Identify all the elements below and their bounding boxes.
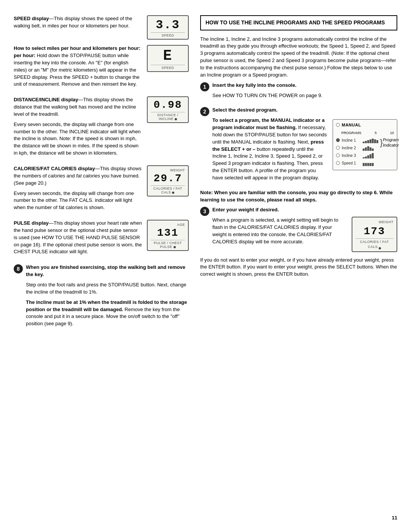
distance-dot-icon bbox=[175, 118, 177, 120]
speed-display-text: SPEED display—This display shows the spe… bbox=[14, 15, 142, 33]
step3-text: When a program is selected, a weight set… bbox=[212, 217, 346, 245]
bar-seg bbox=[365, 147, 367, 151]
distance-lcd: 0.98 DISTANCE / INCLINE bbox=[147, 96, 189, 123]
right-column: HOW TO USE THE INCLINE PROGRAMS AND THE … bbox=[200, 15, 397, 517]
page-number: 11 bbox=[392, 515, 397, 521]
incline3-dot-icon bbox=[336, 153, 340, 157]
step8-text: Step onto the foot rails and press the S… bbox=[26, 281, 189, 296]
step3-bold: Enter your weight if desired. bbox=[212, 207, 279, 212]
calories-text: CALORIES/FAT CALORIES display—This displ… bbox=[14, 165, 142, 214]
speed-lcd-value: 3.3 bbox=[151, 18, 185, 32]
step2-bold: Select the desired program. bbox=[212, 107, 277, 113]
pulse-lcd-value: 131 bbox=[151, 227, 185, 239]
bar-seg bbox=[370, 154, 371, 158]
bar-seg bbox=[365, 141, 367, 143]
pulse-lcd-label: PULSE / CHEST PULSE bbox=[151, 240, 185, 249]
miles-heading: How to select miles per hour and kilomet… bbox=[14, 45, 140, 51]
note-bold-text: Note: When you are familiar with the con… bbox=[200, 190, 393, 203]
distance-incline-text: DISTANCE/INCLINE display—This display sh… bbox=[14, 96, 142, 160]
bar-seg bbox=[372, 149, 374, 151]
calories-lcd: Weight 29.7 CALORIES / FAT CALS bbox=[147, 165, 189, 197]
bar-seg bbox=[365, 157, 367, 158]
calories-dot-icon bbox=[172, 192, 174, 194]
speed1-row: Speed 1 bbox=[336, 160, 378, 166]
miles-bold-prefix: per hour: bbox=[14, 53, 35, 58]
step3-lcd: Weight 173 CALORIES / FAT CALS bbox=[352, 217, 397, 252]
step1-content: Insert the key fully into the console. S… bbox=[212, 82, 397, 102]
calories-lcd-label: CALORIES / FAT CALS bbox=[151, 185, 185, 194]
bar-seg bbox=[363, 157, 365, 158]
indicator-brace: } bbox=[380, 138, 383, 147]
step3-lcd-label: CALORIES / FAT CALS bbox=[355, 238, 393, 250]
bar-seg bbox=[367, 140, 369, 143]
programs-row: PROGRAMS 5 10 bbox=[336, 131, 394, 136]
step3-lcd-value: 173 bbox=[355, 226, 393, 238]
bar-seg bbox=[370, 163, 371, 166]
calories-text2: Every seven seconds, the display will ch… bbox=[14, 190, 142, 212]
miles-select-text: How to select miles per hour and kilomet… bbox=[14, 45, 142, 91]
pulse-lcd: Age 131 PULSE / CHEST PULSE bbox=[147, 220, 189, 251]
title-box: HOW TO USE THE INCLINE PROGRAMS AND THE … bbox=[200, 15, 397, 30]
bar-seg bbox=[363, 163, 365, 166]
bar-seg bbox=[372, 163, 374, 166]
section-title: HOW TO USE THE INCLINE PROGRAMS AND THE … bbox=[206, 19, 385, 26]
calories-and: and bbox=[65, 173, 76, 179]
miles-lcd: E SPEED bbox=[147, 45, 189, 72]
pulse-block: PULSE display—This display shows your he… bbox=[14, 220, 189, 259]
pulse-heading: PULSE display bbox=[14, 220, 49, 226]
miles-select-block: How to select miles per hour and kilomet… bbox=[14, 45, 189, 91]
step3-block: 3 Enter your weight if desired. When a p… bbox=[200, 206, 397, 252]
incline3-label: Incline 3 bbox=[342, 153, 361, 158]
pulse-text: PULSE display—This display shows your he… bbox=[14, 220, 142, 259]
step3-circle: 3 bbox=[200, 207, 209, 216]
calories-lcd-label-top: Weight bbox=[151, 168, 185, 172]
speed-display-block: SPEED display—This display shows the spe… bbox=[14, 15, 189, 40]
bar-seg bbox=[374, 139, 376, 143]
calories-block: CALORIES/FAT CALORIES display—This displ… bbox=[14, 165, 189, 214]
program-panel: MANUAL PROGRAMS 5 10 bbox=[333, 119, 397, 170]
programs-5: 5 bbox=[375, 131, 377, 136]
step1-bold: Insert the key fully into the console. bbox=[212, 82, 296, 88]
speed-display-heading: SPEED display bbox=[14, 16, 49, 21]
bar-seg bbox=[372, 139, 374, 143]
bar-seg bbox=[367, 155, 369, 158]
step3-dot-icon bbox=[379, 247, 381, 249]
pulse-lcd-label-top: Age bbox=[151, 223, 185, 227]
bar-seg bbox=[372, 153, 374, 158]
bar-seg bbox=[363, 142, 365, 143]
distance-lcd-value: 0.98 bbox=[151, 99, 185, 111]
speed-lcd-label: SPEED bbox=[151, 32, 185, 37]
distance-lcd-label: DISTANCE / INCLINE bbox=[151, 112, 185, 121]
incline1-dot-icon bbox=[336, 138, 340, 142]
manual-label: MANUAL bbox=[342, 122, 361, 128]
manual-row: MANUAL bbox=[336, 122, 394, 128]
step8-circle: 8 bbox=[14, 264, 23, 273]
incline3-row: Incline 3 bbox=[336, 152, 378, 158]
step1-block: 1 Insert the key fully into the console.… bbox=[200, 82, 397, 102]
left-column: SPEED display—This display shows the spe… bbox=[14, 15, 189, 517]
intro-paragraph: The Incline 1, Incline 2, and Incline 3 … bbox=[200, 36, 397, 79]
speed1-bar bbox=[363, 160, 374, 166]
bar-seg bbox=[370, 139, 371, 143]
bar-seg bbox=[370, 147, 371, 151]
pulse-dot-icon bbox=[174, 246, 176, 248]
bar-seg bbox=[365, 163, 367, 166]
incline2-row: Incline 2 bbox=[336, 145, 378, 151]
manual-dot-icon bbox=[336, 123, 340, 127]
step8-content: When you are finished exercising, stop t… bbox=[26, 264, 189, 331]
incline2-dot-icon bbox=[336, 146, 340, 150]
distance-heading: DISTANCE/INCLINE display bbox=[14, 97, 78, 102]
step2-content: Select the desired program. To select a … bbox=[212, 107, 397, 184]
speed1-dot-icon bbox=[336, 161, 340, 165]
step1-text: See HOW TO TURN ON THE POWER on page 9. bbox=[212, 92, 397, 99]
incline2-bar bbox=[363, 145, 374, 151]
distance-text: Every seven seconds, the display will ch… bbox=[14, 121, 142, 157]
calories-italic2: fat calories bbox=[76, 173, 100, 179]
step2-block: 2 Select the desired program. To select … bbox=[200, 107, 397, 184]
calories-lcd-value: 29.7 bbox=[151, 173, 185, 185]
step1-circle: 1 bbox=[200, 82, 209, 91]
indicator-label: Program Indicator bbox=[383, 137, 399, 148]
incline1-label: Incline 1 bbox=[342, 137, 361, 143]
step8-block: 8 When you are finished exercising, stop… bbox=[14, 264, 189, 331]
step3-lcd-label-top: Weight bbox=[355, 220, 393, 225]
